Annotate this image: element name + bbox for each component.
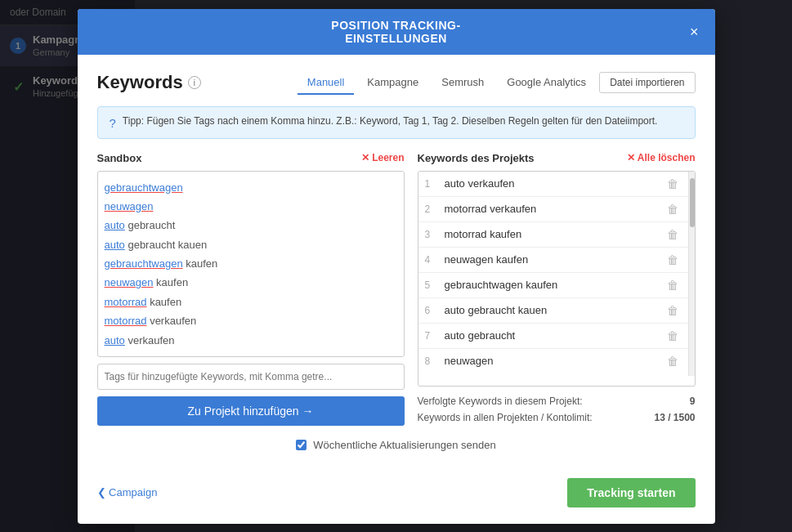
stat-value-1: 9 xyxy=(690,396,696,407)
kw-delete-3[interactable]: 🗑 xyxy=(664,228,682,241)
keywords-section-title: Keywords i xyxy=(97,72,201,93)
kw-delete-8[interactable]: 🗑 xyxy=(664,355,682,368)
weekly-updates-checkbox-row: Wöchentliche Aktualisierungen senden xyxy=(97,439,696,451)
tip-box: ? Tipp: Fügen Sie Tags nach einem Komma … xyxy=(97,106,696,139)
keywords-header: Keywords i Manuell Kampagne Semrush Goog… xyxy=(97,71,696,95)
info-icon[interactable]: i xyxy=(188,76,201,89)
kw-sandbox-5: gebrauchtwagen kaufen xyxy=(105,254,397,273)
keywords-list: 1 auto verkaufen 🗑 2 motorrad verkaufen … xyxy=(418,171,696,387)
modal: POSITION TRACKING-EINSTELLUNGEN × Keywor… xyxy=(78,9,715,524)
kw-sandbox-4: auto gebraucht kauen xyxy=(105,235,397,254)
modal-title: POSITION TRACKING-EINSTELLUNGEN xyxy=(295,19,497,45)
weekly-updates-checkbox[interactable] xyxy=(296,440,307,450)
tab-kampagne[interactable]: Kampagne xyxy=(357,71,428,95)
keyword-stats: Verfolgte Keywords in diesem Projekt: 9 … xyxy=(418,393,696,426)
kw-delete-1[interactable]: 🗑 xyxy=(664,177,682,190)
tabs-nav: Manuell Kampagne Semrush Google Analytic… xyxy=(298,71,696,95)
clear-sandbox-button[interactable]: ✕ Leeren xyxy=(361,152,404,163)
tab-semrush[interactable]: Semrush xyxy=(432,71,494,95)
close-button[interactable]: × xyxy=(690,25,699,39)
kw-delete-5[interactable]: 🗑 xyxy=(664,279,682,292)
kw-delete-6[interactable]: 🗑 xyxy=(664,304,682,317)
kw-sandbox-8: motorrad verkaufen xyxy=(105,311,397,330)
kw-sandbox-7: motorrad kaufen xyxy=(105,293,397,311)
start-tracking-button[interactable]: Tracking starten xyxy=(567,478,695,507)
kw-sandbox-9: auto verkaufen xyxy=(105,331,397,350)
modal-footer: ❮ Campaign Tracking starten xyxy=(78,478,715,524)
kw-delete-7[interactable]: 🗑 xyxy=(664,329,682,342)
kw-sandbox-3: auto gebraucht xyxy=(105,216,397,235)
weekly-updates-label: Wöchentliche Aktualisierungen senden xyxy=(313,439,495,451)
stat-value-2: 13 / 1500 xyxy=(654,412,695,423)
kw-row-3: 3 motorrad kaufen 🗑 xyxy=(418,222,688,248)
sandbox-header: Sandbox ✕ Leeren xyxy=(97,152,405,164)
project-keywords-column: Keywords des Projekts ✕ Alle löschen 1 a… xyxy=(418,152,696,427)
stat-row-1: Verfolgte Keywords in diesem Projekt: 9 xyxy=(418,393,696,409)
overlay: POSITION TRACKING-EINSTELLUNGEN × Keywor… xyxy=(0,0,792,532)
kw-sandbox-2: neuwagen xyxy=(105,197,397,216)
kw-sandbox-6: neuwagen kaufen xyxy=(105,273,397,292)
tab-google-analytics[interactable]: Google Analytics xyxy=(497,71,596,95)
add-to-project-button[interactable]: Zu Projekt hinzufügen → xyxy=(97,396,405,426)
sandbox-box: gebrauchtwagen neuwagen auto gebraucht a… xyxy=(97,171,405,358)
kw-row-8: 8 neuwagen 🗑 xyxy=(418,349,688,373)
modal-body: Keywords i Manuell Kampagne Semrush Goog… xyxy=(78,55,715,478)
kw-row-4: 4 neuwagen kaufen 🗑 xyxy=(418,248,688,273)
kw-row-5: 5 gebrauchtwagen kaufen 🗑 xyxy=(418,273,688,298)
back-button[interactable]: ❮ Campaign xyxy=(97,486,158,498)
stat-label-2: Keywords in allen Projekten / Kontolimit… xyxy=(418,412,593,423)
stat-label-1: Verfolgte Keywords in diesem Projekt: xyxy=(418,396,583,407)
tags-input[interactable] xyxy=(97,364,405,390)
project-keywords-header: Keywords des Projekts ✕ Alle löschen xyxy=(418,152,696,164)
scrollbar-thumb xyxy=(690,178,695,227)
kw-row-2: 2 motorrad verkaufen 🗑 xyxy=(418,197,688,222)
sandbox-title: Sandbox xyxy=(97,152,142,164)
scrollbar-track[interactable] xyxy=(688,172,695,376)
keywords-list-items: 1 auto verkaufen 🗑 2 motorrad verkaufen … xyxy=(418,172,688,376)
tip-icon: ? xyxy=(110,116,116,130)
kw-delete-4[interactable]: 🗑 xyxy=(664,253,682,266)
two-columns: Sandbox ✕ Leeren gebrauchtwagen neuwagen… xyxy=(97,152,696,427)
stat-row-2: Keywords in allen Projekten / Kontolimit… xyxy=(418,409,696,426)
clear-all-button[interactable]: ✕ Alle löschen xyxy=(627,152,696,163)
project-keywords-title: Keywords des Projekts xyxy=(418,152,535,164)
kw-row-7: 7 auto gebraucht 🗑 xyxy=(418,324,688,349)
kw-row-1: 1 auto verkaufen 🗑 xyxy=(418,172,688,197)
import-button[interactable]: Datei importieren xyxy=(599,72,695,93)
modal-header: POSITION TRACKING-EINSTELLUNGEN × xyxy=(78,9,715,55)
tip-text: Tipp: Fügen Sie Tags nach einem Komma hi… xyxy=(123,115,658,127)
kw-delete-2[interactable]: 🗑 xyxy=(664,203,682,216)
tab-manuell[interactable]: Manuell xyxy=(298,71,355,95)
sandbox-column: Sandbox ✕ Leeren gebrauchtwagen neuwagen… xyxy=(97,152,405,427)
kw-row-6: 6 auto gebraucht kauen 🗑 xyxy=(418,298,688,324)
kw-sandbox-1: gebrauchtwagen xyxy=(105,178,397,197)
